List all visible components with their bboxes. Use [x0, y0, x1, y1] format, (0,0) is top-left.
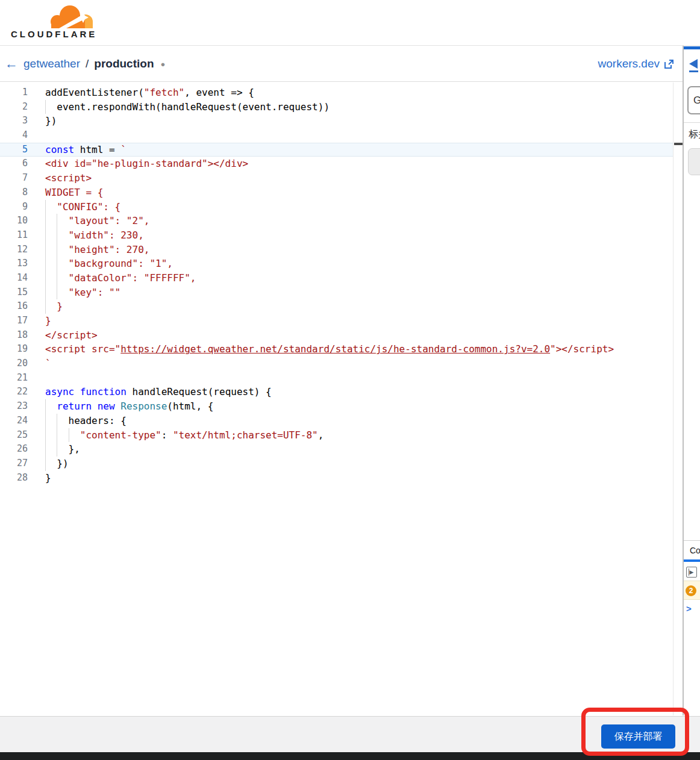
- line-number: 5: [0, 143, 28, 157]
- line-number: 22: [0, 385, 28, 399]
- code-text: "dataColor": "FFFFFF",: [45, 271, 196, 285]
- code-line[interactable]: 20`: [0, 357, 673, 371]
- line-number: 26: [0, 442, 28, 456]
- code-line[interactable]: 4: [0, 128, 673, 143]
- panel-arrow-underline: [689, 70, 698, 72]
- line-number: 28: [0, 471, 28, 485]
- line-number: 24: [0, 414, 28, 428]
- code-line[interactable]: 16 }: [0, 299, 673, 314]
- code-line[interactable]: 25 "content-type": "text/html;charset=UT…: [0, 428, 673, 443]
- code-text: }: [45, 299, 63, 314]
- code-line[interactable]: 1addEventListener("fetch", event => {: [0, 86, 673, 100]
- line-number: 3: [0, 114, 28, 128]
- code-line[interactable]: 2 event.respondWith(handleRequest(event.…: [0, 100, 673, 114]
- line-number: 12: [0, 243, 28, 257]
- code-line[interactable]: 23 return new Response(html, {: [0, 399, 673, 414]
- line-number: 1: [0, 86, 28, 100]
- code-line[interactable]: 14 "dataColor": "FFFFFF",: [0, 271, 673, 285]
- breadcrumb-environment: production: [94, 57, 154, 70]
- code-text: `: [45, 357, 51, 371]
- line-number: 27: [0, 456, 28, 471]
- line-number: 14: [0, 271, 28, 285]
- code-text: "height": 270,: [45, 243, 149, 257]
- code-line[interactable]: 3}): [0, 114, 673, 128]
- workers-dev-link[interactable]: workers.dev: [598, 57, 660, 70]
- code-text: "width": 230,: [45, 228, 144, 243]
- code-text: }): [45, 114, 57, 128]
- breadcrumb: ← getweather / production ●: [5, 46, 165, 81]
- code-line[interactable]: 15 "key": "": [0, 285, 673, 300]
- line-number: 9: [0, 200, 28, 214]
- code-line[interactable]: 9 "CONFIG": {: [0, 200, 673, 214]
- console-warning-row[interactable]: 2: [684, 581, 700, 600]
- editor-overview-ruler: [673, 83, 673, 715]
- headers-input-partial[interactable]: [688, 148, 700, 175]
- line-number: 4: [0, 128, 28, 143]
- code-text: headers: {: [45, 414, 127, 428]
- line-number: 19: [0, 342, 28, 357]
- code-line[interactable]: 24 headers: {: [0, 414, 673, 428]
- code-line[interactable]: 5const html = `: [0, 143, 673, 157]
- code-line[interactable]: 18</script>: [0, 328, 673, 343]
- console-tab-underline: [684, 559, 700, 562]
- code-text: WIDGET = {: [45, 185, 103, 200]
- cloudflare-worker-editor-page: CLOUDFLARE ← getweather / production ● w…: [0, 0, 700, 760]
- code-text: "content-type": "text/html;charset=UTF-8…: [45, 428, 323, 443]
- cloudflare-logo[interactable]: CLOUDFLARE: [11, 2, 95, 42]
- code-line[interactable]: 27 }): [0, 456, 673, 471]
- line-number: 15: [0, 285, 28, 300]
- workers-dev-link-group: workers.dev: [598, 46, 674, 81]
- console-top-border: [684, 540, 700, 541]
- overview-cursor-mark: [674, 143, 683, 145]
- external-link-icon[interactable]: [664, 59, 674, 69]
- line-number: 10: [0, 214, 28, 228]
- breadcrumb-bar: ← getweather / production ● workers.dev: [0, 46, 683, 82]
- code-line[interactable]: 11 "width": 230,: [0, 228, 673, 243]
- code-text: "layout": "2",: [45, 214, 149, 228]
- code-text: async function handleRequest(request) {: [45, 385, 272, 399]
- breadcrumb-separator: /: [86, 57, 89, 70]
- code-line[interactable]: 10 "layout": "2",: [0, 214, 673, 228]
- line-number: 13: [0, 257, 28, 271]
- http-method-box[interactable]: GET: [687, 86, 700, 114]
- code-text: event.respondWith(handleRequest(event.re…: [45, 100, 330, 114]
- code-text: <div id="he-plugin-standard"></div>: [45, 157, 248, 171]
- code-line[interactable]: 8WIDGET = {: [0, 185, 673, 200]
- line-number: 8: [0, 185, 28, 200]
- code-line[interactable]: 6<div id="he-plugin-standard"></div>: [0, 157, 673, 171]
- panel-divider-line: [684, 122, 700, 123]
- code-line[interactable]: 12 "height": 270,: [0, 243, 673, 257]
- code-text: const html = `: [45, 143, 127, 157]
- console-tab[interactable]: Console: [690, 546, 700, 555]
- code-text: <script>: [45, 171, 92, 185]
- code-editor[interactable]: 1addEventListener("fetch", event => {2 e…: [0, 83, 683, 715]
- line-number: 23: [0, 399, 28, 414]
- line-number: 6: [0, 157, 28, 171]
- code-line[interactable]: 26 },: [0, 442, 673, 456]
- console-sidebar-icon[interactable]: ▶: [686, 567, 697, 578]
- code-text: </script>: [45, 328, 98, 343]
- back-arrow-icon[interactable]: ←: [5, 57, 18, 70]
- active-tab-underline: [684, 46, 700, 49]
- breadcrumb-worker-link[interactable]: getweather: [23, 57, 80, 70]
- code-line[interactable]: 21: [0, 371, 673, 385]
- save-and-deploy-button[interactable]: 保存并部署: [601, 724, 675, 749]
- code-line[interactable]: 17}: [0, 314, 673, 328]
- footer-bar: 保存并部署: [0, 716, 700, 752]
- panel-partial-arrow-icon[interactable]: [689, 59, 698, 69]
- code-line[interactable]: 22async function handleRequest(request) …: [0, 385, 673, 399]
- console-prompt-icon[interactable]: >: [686, 603, 692, 614]
- status-dot: ●: [161, 60, 166, 69]
- code-line[interactable]: 28}: [0, 471, 673, 485]
- line-number: 17: [0, 314, 28, 328]
- headers-label: 标头: [689, 128, 700, 141]
- line-number: 16: [0, 299, 28, 314]
- line-number: 25: [0, 428, 28, 443]
- code-text: <script src="https://widget.qweather.net…: [45, 342, 614, 357]
- preview-panel-partial: GET 标头 Console ▶ 2 >: [684, 46, 700, 715]
- code-text: "key": "": [45, 285, 120, 300]
- code-line[interactable]: 13 "background": "1",: [0, 257, 673, 271]
- code-line[interactable]: 19<script src="https://widget.qweather.n…: [0, 342, 673, 357]
- line-number: 2: [0, 100, 28, 114]
- code-line[interactable]: 7<script>: [0, 171, 673, 185]
